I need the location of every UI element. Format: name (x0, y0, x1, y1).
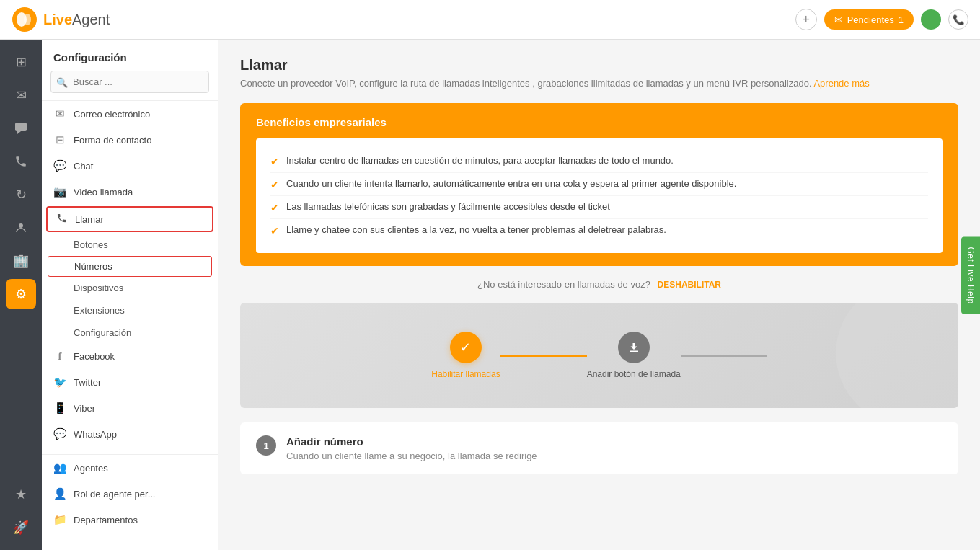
main-content: Llamar Conecte un proveedor VoIP, config… (218, 40, 980, 550)
svg-point-5 (19, 223, 23, 228)
phone-small-icon (56, 213, 67, 223)
phone-button[interactable]: 📞 (948, 9, 968, 30)
download-icon (627, 341, 640, 354)
sidebar-item-dashboard[interactable]: ⊞ (6, 47, 36, 77)
main-layout: ⊞ ✉ ↻ 🏢 ⚙ ★ 🚀 Configuración (0, 40, 980, 550)
chat-icon (14, 121, 28, 136)
step-1-label: Habilitar llamadas (431, 369, 500, 379)
sidebar-item-company[interactable]: 🏢 (6, 246, 36, 276)
svg-point-2 (24, 14, 31, 25)
check-icon-4: ✔ (270, 225, 279, 236)
add-number-title: Añadir número (286, 435, 537, 448)
logo-icon (12, 6, 37, 32)
sidebar-sub-numbers[interactable]: Números (48, 256, 212, 277)
sidebar-sub-config[interactable]: Configuración (42, 321, 218, 344)
email-icon: ✉ (53, 107, 66, 120)
whatsapp-icon: 💬 (53, 427, 66, 440)
sidebar-item-reports[interactable]: ↻ (6, 179, 36, 210)
svg-rect-3 (15, 123, 27, 131)
step-2-circle (618, 332, 650, 363)
sidebar-title: Configuración (42, 40, 218, 71)
sidebar-item-video[interactable]: 📷 Video llamada (42, 179, 218, 205)
add-button[interactable]: + (795, 9, 817, 30)
steps-banner: ✓ Habilitar llamadas Añadir botón de lla… (240, 303, 958, 408)
benefits-card: Beneficios empresariales ✔ Instalar cent… (240, 103, 958, 266)
viber-icon: 📱 (53, 402, 66, 414)
page-desc: Conecte un proveedor VoIP, configure la … (240, 78, 958, 89)
benefit-item-2: ✔ Cuando un cliente intenta llamarlo, au… (270, 173, 928, 196)
step-1: ✓ Habilitar llamadas (431, 332, 500, 379)
add-number-content: Añadir número Cuando un cliente llame a … (286, 435, 537, 461)
check-icon-1: ✔ (270, 156, 279, 167)
call-icon (55, 213, 68, 226)
steps-visual: ✓ Habilitar llamadas Añadir botón de lla… (269, 324, 930, 394)
sidebar-item-settings[interactable]: ⚙ (6, 279, 36, 309)
sidebar-search-section: 🔍 (42, 71, 218, 100)
status-button[interactable] (921, 9, 941, 30)
facebook-icon: f (53, 350, 66, 363)
sidebar-item-call[interactable]: Llamar (46, 206, 213, 232)
page-title: Llamar (240, 57, 958, 74)
add-number-section: 1 Añadir número Cuando un cliente llame … (240, 422, 958, 474)
disable-section: ¿No está interesado en llamadas de voz? … (240, 279, 958, 290)
logo: LiveAgent (12, 6, 110, 32)
agent-role-icon: 👤 (53, 487, 66, 500)
icon-bar: ⊞ ✉ ↻ 🏢 ⚙ ★ 🚀 (0, 40, 42, 550)
sidebar-item-chat[interactable] (6, 113, 36, 143)
connector-1 (500, 355, 587, 357)
learn-more-link[interactable]: Aprende más (813, 78, 869, 89)
form-icon: ⊟ (53, 133, 66, 146)
pending-button[interactable]: ✉ Pendientes 1 (824, 9, 914, 30)
agents-icon: 👥 (53, 461, 66, 474)
twitter-icon: 🐦 (53, 376, 66, 389)
step-2: Añadir botón de llamada (587, 332, 681, 379)
step-2-label: Añadir botón de llamada (587, 369, 681, 379)
bottom-section: 👥 Agentes 👤 Rol de agente per... 📁 Depar… (42, 454, 218, 533)
connector-2 (681, 355, 767, 357)
sidebar-item-email[interactable]: ✉ Correo electrónico (42, 101, 218, 127)
search-icon: 🔍 (56, 76, 68, 87)
check-icon-3: ✔ (270, 202, 279, 213)
sidebar-item-plugins[interactable]: ★ (6, 479, 36, 510)
top-nav: LiveAgent + ✉ Pendientes 1 📞 (0, 0, 980, 40)
benefit-item-1: ✔ Instalar centro de llamadas en cuestió… (270, 150, 928, 173)
chat-icon: 💬 (53, 159, 66, 172)
disable-link[interactable]: DESHABILITAR (658, 280, 721, 290)
benefit-item-3: ✔ Las llamadas telefónicas son grabadas … (270, 196, 928, 219)
check-icon-2: ✔ (270, 179, 279, 190)
sidebar-item-departments[interactable]: 📁 Departamentos (42, 507, 218, 533)
benefits-inner: ✔ Instalar centro de llamadas en cuestió… (256, 138, 943, 253)
sidebar: Configuración 🔍 ✉ Correo electrónico ⊟ F… (42, 40, 218, 550)
email-icon: ✉ (834, 14, 843, 25)
departments-icon: 📁 (53, 513, 66, 526)
sidebar-sub-buttons[interactable]: Botones (42, 234, 218, 256)
svg-marker-4 (17, 131, 21, 134)
sidebar-item-contact-form[interactable]: ⊟ Forma de contacto (42, 127, 218, 153)
contacts-icon (14, 221, 27, 234)
phone-icon (14, 155, 27, 168)
sidebar-item-agents[interactable]: 👥 Agentes (42, 455, 218, 481)
sidebar-item-viber[interactable]: 📱 Viber (42, 395, 218, 421)
sidebar-item-calls[interactable] (6, 146, 36, 177)
sidebar-item-contacts[interactable] (6, 213, 36, 243)
sidebar-sub-devices[interactable]: Dispositivos (42, 277, 218, 299)
benefit-item-4: ✔ Llame y chatee con sus clientes a la v… (270, 219, 928, 241)
sidebar-item-whatsapp[interactable]: 💬 WhatsApp (42, 421, 218, 447)
sidebar-item-twitter[interactable]: 🐦 Twitter (42, 369, 218, 395)
add-number-desc: Cuando un cliente llame a su negocio, la… (286, 451, 537, 461)
search-wrap: 🔍 (50, 71, 209, 93)
sidebar-item-facebook[interactable]: f Facebook (42, 344, 218, 369)
sidebar-item-upgrade[interactable]: 🚀 (6, 513, 36, 543)
sidebar-item-chat[interactable]: 💬 Chat (42, 153, 218, 179)
sidebar-item-agent-role[interactable]: 👤 Rol de agente per... (42, 481, 218, 507)
step-num: 1 (256, 435, 276, 456)
benefits-title: Beneficios empresariales (256, 116, 943, 128)
search-input[interactable] (50, 71, 209, 93)
logo-text: LiveAgent (43, 12, 110, 28)
sidebar-sub-extensions[interactable]: Extensiones (42, 299, 218, 321)
sidebar-item-tickets[interactable]: ✉ (6, 80, 36, 110)
video-icon: 📷 (53, 185, 66, 198)
step-1-circle: ✓ (450, 332, 482, 363)
channel-section: ✉ Correo electrónico ⊟ Forma de contacto… (42, 100, 218, 447)
help-widget[interactable]: Get Live Help (961, 236, 980, 314)
